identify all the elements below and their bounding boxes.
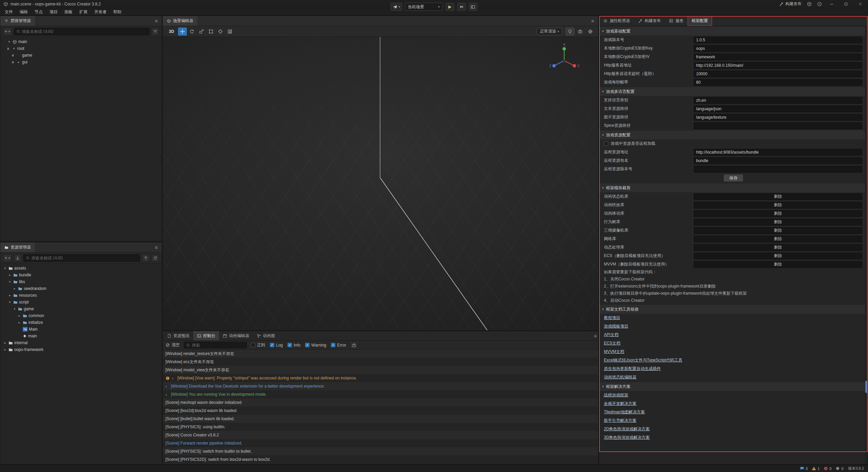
section-header-5[interactable]: ▾框架解决方案	[599, 382, 868, 391]
maximize-button[interactable]	[842, 1, 850, 7]
preview-target-button[interactable]: ▾	[391, 3, 402, 11]
menu-item-0[interactable]: 文件	[1, 8, 16, 16]
log-row[interactable]: [Scene] [PHYSICS]: switch from builtin t…	[163, 447, 598, 455]
panel-menu-icon[interactable]: ≡	[154, 18, 159, 24]
section-header-0[interactable]: ▾游戏基础配置	[599, 27, 868, 36]
rotate-tool[interactable]	[188, 27, 196, 36]
import-asset-button[interactable]	[14, 254, 21, 262]
property-input[interactable]	[694, 37, 862, 43]
property-input[interactable]	[694, 157, 862, 164]
menu-item-6[interactable]: 开发者	[91, 8, 110, 16]
chevron-icon[interactable]: ▸	[17, 314, 21, 317]
scene-viewport[interactable]: Y X Z	[163, 37, 598, 330]
log-row[interactable]: [Scene] Cocos Creator v3.8.2	[163, 431, 598, 439]
asset-node-internal[interactable]: ▸internal	[0, 339, 162, 346]
log-row[interactable]: [Scene] [box2d]:box2d wasm lib loaded.	[163, 407, 598, 415]
projection-toggle[interactable]: 3D	[166, 29, 177, 34]
chevron-icon[interactable]: ▸	[8, 294, 12, 297]
doc-link[interactable]: API文档	[604, 332, 618, 338]
property-input[interactable]	[694, 79, 862, 86]
doc-link[interactable]: Tiledmap地图解决方案	[604, 409, 645, 415]
log-row[interactable]: [Window] ecs文件夹不存在	[163, 358, 598, 366]
checkbox-icon[interactable]: ✓	[331, 343, 335, 347]
assets-filter-button[interactable]	[142, 254, 150, 262]
chevron-icon[interactable]: ▾	[8, 280, 12, 283]
log-row[interactable]: [Scene] Forward render pipeline initiali…	[163, 439, 598, 447]
pivot-tool[interactable]	[216, 27, 225, 36]
property-input[interactable]	[694, 149, 862, 156]
clear-console-button[interactable]: 清空	[165, 342, 180, 348]
console-tab-3[interactable]: 动画图	[253, 331, 279, 340]
expand-icon[interactable]: ›	[165, 384, 169, 389]
panel-menu-icon[interactable]: ≡	[154, 245, 159, 250]
doc-link[interactable]: 动画状态机编辑器	[604, 374, 636, 380]
chevron-icon[interactable]: ▸	[3, 348, 7, 351]
open-log-file-button[interactable]	[350, 341, 358, 349]
console-tab-0[interactable]: 资源预览	[163, 331, 193, 340]
delete-module-button[interactable]: 删除	[694, 219, 862, 225]
assets-search-input[interactable]	[32, 256, 138, 260]
log-row[interactable]: ›[Window] You are running Vue in develop…	[163, 390, 598, 398]
asset-node-seedrandom[interactable]: ▸seedrandom	[0, 285, 162, 292]
layout-button[interactable]	[469, 3, 477, 11]
status-badge-warnings[interactable]: 1	[812, 466, 820, 471]
checkbox-icon[interactable]: ✓	[270, 343, 274, 347]
property-input[interactable]	[694, 62, 862, 69]
asset-node-main[interactable]: main	[0, 333, 162, 339]
log-row[interactable]: [Window] model_view文件夹不存在	[163, 366, 598, 374]
package-icon[interactable]	[807, 2, 812, 6]
chevron-icon[interactable]: ▸	[17, 60, 21, 64]
menu-item-2[interactable]: 节点	[31, 8, 46, 16]
delete-module-button[interactable]: 删除	[694, 253, 862, 259]
doc-link[interactable]: 新手引导解决方案	[604, 418, 636, 424]
asset-node-oops-framework[interactable]: ▸oops-framework	[0, 346, 162, 353]
step-button[interactable]	[457, 3, 466, 11]
chevron-icon[interactable]: ▾	[7, 40, 11, 43]
doc-link[interactable]: 战棋游戏框架	[604, 392, 628, 398]
chevron-icon[interactable]: ▸	[17, 321, 21, 324]
section-header-3[interactable]: ▾框架模块裁剪	[599, 183, 868, 192]
save-button[interactable]: 保存	[724, 174, 743, 182]
expand-icon[interactable]: ›	[172, 376, 175, 380]
scale-tool[interactable]	[197, 27, 206, 36]
menu-item-1[interactable]: 编辑	[16, 8, 31, 16]
section-header-1[interactable]: ▾游戏多语言配置	[599, 87, 868, 96]
asset-node-resources[interactable]: ▸resources	[0, 292, 162, 299]
delete-module-button[interactable]: 删除	[694, 193, 862, 200]
console-tab-1[interactable]: 控制台	[193, 331, 219, 340]
log-row[interactable]: ›[Window] [Vue warn]: Property "onInput"…	[163, 374, 598, 382]
status-badge-notices[interactable]: 0	[835, 466, 843, 471]
doc-link[interactable]: 游戏模板项目	[604, 323, 628, 329]
property-input[interactable]	[694, 45, 862, 52]
doc-link[interactable]: 3D角色扮演游戏解决方案	[604, 435, 650, 440]
asset-node-bundle[interactable]: ▸bundle	[0, 272, 162, 278]
render-mode-select[interactable]: 正常渲染▾	[537, 28, 562, 35]
scrollbar-thumb[interactable]	[865, 381, 867, 393]
filter-4[interactable]: ✓Error	[331, 342, 346, 348]
checkbox-icon[interactable]	[251, 343, 255, 347]
status-badge-messages[interactable]: 3	[800, 466, 808, 471]
chevron-icon[interactable]: ▸	[3, 341, 7, 345]
hierarchy-search-input[interactable]	[22, 29, 147, 34]
asset-node-game[interactable]: ▾game	[0, 306, 162, 312]
minimize-button[interactable]	[827, 1, 836, 7]
filter-1[interactable]: ✓Log	[270, 342, 283, 348]
hierarchy-node-main[interactable]: ▾main	[0, 38, 162, 45]
chevron-icon[interactable]: ▾	[3, 267, 7, 270]
filter-0[interactable]: 正则	[251, 342, 265, 348]
console-search-input[interactable]	[192, 343, 244, 348]
menu-item-4[interactable]: 面板	[61, 8, 76, 16]
filter-2[interactable]: ✓Info	[288, 342, 300, 348]
help-icon[interactable]: ?	[817, 2, 822, 6]
orientation-gizmo[interactable]: Y X Z	[548, 43, 580, 76]
remote-load-checkbox[interactable]	[604, 141, 608, 146]
asset-node-script[interactable]: ▾script	[0, 299, 162, 306]
doc-link[interactable]: Excel格式转Json文件与TypeScript代码工具	[604, 357, 682, 363]
log-row[interactable]: [Scene] [bullet]:bullet wasm lib loaded.	[163, 415, 598, 423]
filter-3[interactable]: ✓Warning	[305, 342, 326, 348]
asset-node-assets[interactable]: ▾assets	[0, 265, 162, 272]
close-button[interactable]	[856, 1, 865, 7]
property-input[interactable]	[694, 166, 862, 173]
doc-link[interactable]: 全栈开发解决方案	[604, 401, 636, 407]
menu-item-7[interactable]: 帮助	[110, 8, 125, 16]
